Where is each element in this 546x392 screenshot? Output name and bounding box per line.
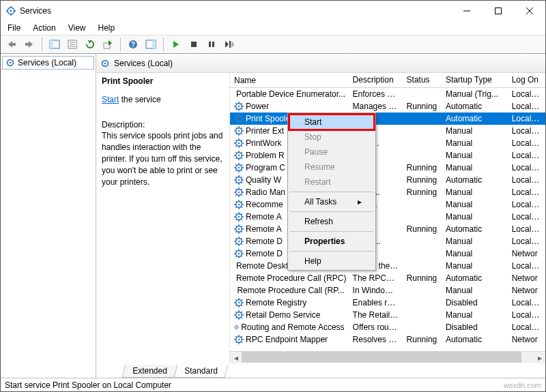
service-row[interactable]: Remote Aa co...ManualLocal Sy bbox=[230, 211, 545, 223]
svg-line-107 bbox=[241, 164, 242, 166]
services-window: Services File Action View Help ? bbox=[0, 0, 546, 392]
service-row[interactable]: Remote Procedure Call (RP...In Windows..… bbox=[230, 284, 545, 297]
start-service-button[interactable] bbox=[168, 37, 184, 52]
svg-rect-15 bbox=[50, 40, 53, 48]
close-button[interactable] bbox=[514, 1, 545, 21]
services-list[interactable]: Name Description Status Startup Type Log… bbox=[229, 73, 545, 363]
svg-marker-10 bbox=[8, 41, 12, 48]
pause-service-button[interactable] bbox=[203, 37, 220, 52]
svg-marker-31 bbox=[225, 41, 229, 48]
svg-line-175 bbox=[241, 256, 242, 257]
col-name[interactable]: Name bbox=[230, 73, 349, 87]
gear-icon bbox=[234, 237, 244, 246]
menu-view[interactable]: View bbox=[67, 22, 87, 34]
service-row[interactable]: Printer Extvice ...ManualLocal Sy bbox=[230, 125, 545, 137]
service-row[interactable]: Print Spoolervice ...AutomaticLocal Sy bbox=[230, 112, 545, 125]
service-row[interactable]: Remote Aes di...RunningAutomaticLocal Sy bbox=[230, 223, 545, 235]
service-row[interactable]: Remote Desktop Services U...Allows the r… bbox=[230, 260, 545, 272]
service-row[interactable]: PowerManages p...RunningAutomaticLocal S… bbox=[230, 100, 545, 112]
result-header-label: Services (Local) bbox=[114, 59, 173, 68]
show-hide-action-pane-button[interactable] bbox=[143, 37, 159, 52]
show-hide-tree-button[interactable] bbox=[46, 37, 63, 52]
context-menu: Start Stop Pause Resume Restart All Task… bbox=[287, 112, 376, 271]
service-row[interactable]: Remote Procedure Call (RPC)The RPCSS s..… bbox=[230, 272, 545, 284]
export-button[interactable] bbox=[100, 37, 116, 52]
service-row[interactable]: Retail Demo ServiceThe Retail D...Manual… bbox=[230, 309, 545, 321]
tree-item-services-local[interactable]: Services (Local) bbox=[2, 56, 94, 70]
service-row[interactable]: Routing and Remote AccessOffers routi...… bbox=[230, 321, 545, 333]
service-row[interactable]: RPC Endpoint MapperResolves RP...Running… bbox=[230, 333, 545, 346]
service-row[interactable]: Remote De Des...ManualLocal Sy bbox=[230, 235, 545, 247]
refresh-button[interactable] bbox=[82, 37, 98, 52]
properties-button[interactable] bbox=[64, 37, 81, 52]
svg-line-224 bbox=[235, 312, 237, 313]
extended-view: Print Spooler Start the service Descript… bbox=[96, 73, 545, 363]
service-row[interactable]: Radio ManMana...RunningManualLocal Sy bbox=[230, 186, 545, 198]
horizontal-scrollbar[interactable]: ◂ ▸ bbox=[230, 351, 545, 363]
gear-icon bbox=[234, 286, 235, 295]
svg-point-169 bbox=[238, 253, 240, 255]
svg-line-245 bbox=[241, 342, 242, 343]
svg-line-167 bbox=[241, 238, 242, 239]
svg-point-37 bbox=[104, 62, 106, 64]
service-row[interactable]: Remote Duser...ManualNetwor bbox=[230, 247, 545, 260]
gear-icon bbox=[234, 322, 239, 332]
gear-icon bbox=[234, 298, 244, 307]
service-row[interactable]: Portable Device Enumerator...Enforces gr… bbox=[230, 88, 545, 100]
tab-standard[interactable]: Standard bbox=[173, 365, 228, 378]
svg-line-114 bbox=[235, 177, 237, 178]
svg-point-129 bbox=[238, 204, 240, 206]
col-description[interactable]: Description bbox=[349, 73, 403, 87]
svg-marker-27 bbox=[173, 41, 179, 48]
menu-file[interactable]: File bbox=[6, 22, 22, 34]
tab-extended[interactable]: Extended bbox=[121, 365, 177, 378]
svg-line-86 bbox=[235, 145, 237, 147]
maximize-button[interactable] bbox=[483, 1, 514, 21]
forward-button[interactable] bbox=[21, 37, 38, 52]
stop-service-button[interactable] bbox=[186, 37, 202, 52]
svg-point-119 bbox=[238, 192, 240, 194]
back-button[interactable] bbox=[3, 37, 20, 52]
console-tree[interactable]: Services (Local) bbox=[1, 54, 96, 378]
minimize-button[interactable] bbox=[451, 1, 483, 21]
scroll-right-button[interactable]: ▸ bbox=[534, 352, 545, 363]
svg-line-94 bbox=[235, 152, 237, 153]
list-body[interactable]: Portable Device Enumerator...Enforces gr… bbox=[230, 88, 545, 351]
menu-help[interactable]: Help bbox=[97, 22, 117, 34]
scroll-left-button[interactable]: ◂ bbox=[230, 352, 242, 363]
col-status[interactable]: Status bbox=[403, 73, 442, 87]
ctx-refresh[interactable]: Refresh bbox=[289, 214, 374, 229]
col-logon[interactable]: Log On bbox=[508, 73, 545, 87]
service-row[interactable]: Quality WWin...RunningAutomaticLocal Sy bbox=[230, 174, 545, 186]
service-row[interactable]: Program C...RunningManualLocal Sy bbox=[230, 162, 545, 174]
ctx-restart: Restart bbox=[289, 175, 374, 190]
restart-service-button[interactable] bbox=[221, 37, 238, 52]
ctx-start[interactable]: Start bbox=[289, 115, 374, 130]
menu-action[interactable]: Action bbox=[31, 22, 57, 34]
svg-point-69 bbox=[238, 130, 240, 132]
svg-line-66 bbox=[235, 121, 237, 122]
help-button[interactable]: ? bbox=[125, 37, 141, 52]
service-row[interactable]: Problem Rvice ...ManualLocal Sy bbox=[230, 149, 545, 162]
svg-line-115 bbox=[241, 182, 242, 183]
svg-point-89 bbox=[238, 155, 240, 157]
svg-line-77 bbox=[241, 127, 242, 129]
service-row[interactable]: Recommes aut...ManualLocal Sy bbox=[230, 198, 545, 211]
svg-line-165 bbox=[241, 243, 242, 245]
col-startup[interactable]: Startup Type bbox=[442, 73, 508, 87]
svg-line-164 bbox=[235, 238, 237, 239]
ctx-all-tasks[interactable]: All Tasks▸ bbox=[289, 194, 374, 209]
description-heading: Description: bbox=[102, 119, 224, 131]
svg-rect-29 bbox=[209, 42, 211, 47]
toolbar: ? bbox=[1, 35, 545, 54]
gear-icon bbox=[234, 114, 244, 123]
window-title: Services bbox=[20, 6, 51, 16]
ctx-properties[interactable]: Properties bbox=[289, 234, 374, 249]
gear-icon bbox=[234, 335, 244, 344]
svg-line-236 bbox=[235, 329, 235, 329]
gear-icon bbox=[234, 200, 244, 209]
service-row[interactable]: PrintWorkes su...ManualLocal Sy bbox=[230, 137, 545, 149]
ctx-help[interactable]: Help bbox=[289, 254, 374, 269]
service-row[interactable]: Remote RegistryEnables rem...DisabledLoc… bbox=[230, 297, 545, 309]
start-service-link[interactable]: Start bbox=[102, 95, 119, 104]
